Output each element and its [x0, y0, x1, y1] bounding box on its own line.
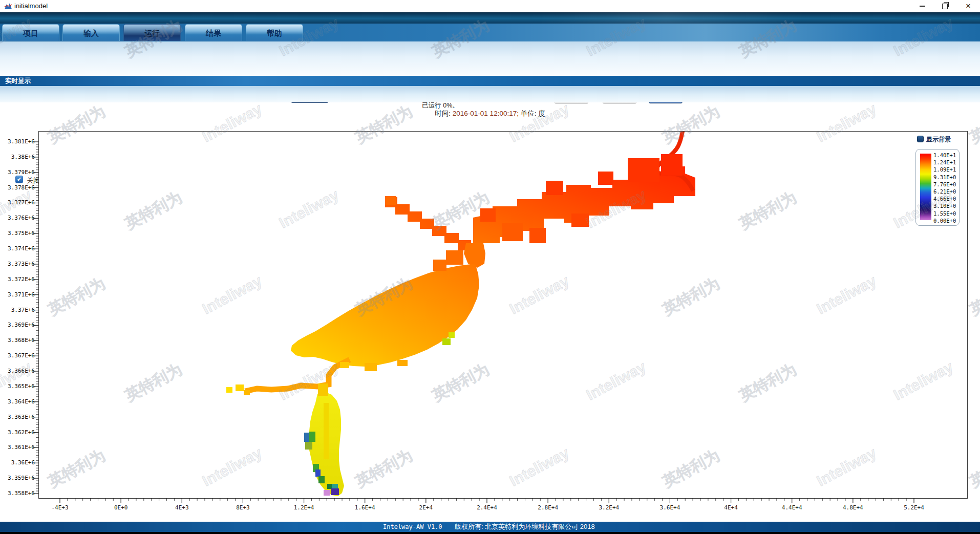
time-value: 2016-01-01 12:00:17;	[453, 110, 519, 117]
heatmap-cell	[318, 476, 325, 483]
time-header: 时间: 2016-01-01 12:00:17; 单位: 度	[0, 109, 980, 118]
legend-value: 1.09E+1	[933, 166, 958, 173]
heatmap-cell	[340, 362, 349, 368]
x-tick-label: -4E+3	[38, 504, 81, 511]
y-tick-label: 3.378E+6	[5, 184, 35, 191]
unit-label: 单位:	[521, 110, 537, 117]
bottom-strip	[0, 532, 980, 534]
watermark-text: Inteliway	[0, 186, 34, 232]
y-tick-label: 3.367E+6	[5, 352, 35, 359]
x-tick-label: 1.6E+4	[344, 504, 387, 511]
y-tick-label: 3.377E+6	[5, 199, 35, 206]
water-body-heatmap	[39, 132, 967, 498]
show-background-label: 显示背景	[926, 135, 951, 144]
x-tick-label: 4E+4	[710, 504, 753, 511]
heatmap-cell	[442, 338, 451, 345]
show-background-checkbox[interactable]	[917, 136, 924, 142]
heatmap-cell	[529, 228, 546, 243]
watermark-text: 英特利为	[966, 273, 980, 321]
legend-value: 0.00E+0	[933, 218, 958, 224]
heatmap-cell	[433, 260, 446, 271]
legend-value: 1.55E+0	[933, 210, 958, 217]
heatmap-cell	[546, 181, 563, 195]
run-toolbar: 运行模型 已运行 0%。 暂停运行 终止运行 错误信息	[0, 41, 980, 76]
heatmap-cell	[449, 332, 455, 338]
west-connector-channel	[248, 361, 347, 391]
tab-results[interactable]: 结果	[185, 24, 242, 41]
y-tick-label: 3.372E+6	[5, 276, 35, 283]
y-tick-label: 3.374E+6	[5, 245, 35, 252]
heatmap-cell	[332, 484, 338, 489]
watermark-text: Inteliway	[0, 358, 34, 404]
unit-value: 度	[538, 110, 545, 117]
tab-input[interactable]: 输入	[62, 24, 120, 41]
tab-run[interactable]: 运行	[123, 24, 181, 41]
app-logo-icon	[4, 2, 12, 10]
heatmap-cell	[236, 385, 244, 391]
x-tick-label: 5.2E+4	[892, 504, 935, 511]
colorbar	[920, 154, 931, 220]
x-tick-label: 3.2E+4	[587, 504, 630, 511]
x-tick-label: 1.2E+4	[283, 504, 326, 511]
legend-value: 1.24E+1	[933, 159, 958, 165]
tab-project[interactable]: 项目	[2, 24, 59, 41]
heatmap-cell	[327, 484, 332, 489]
y-tick-label: 3.381E+6	[5, 138, 35, 145]
window-title: initialmodel	[14, 2, 48, 10]
x-axis-ticks	[38, 498, 967, 504]
close-button[interactable]: ×	[957, 0, 979, 12]
y-tick-label: 3.375E+6	[5, 230, 35, 237]
heatmap-cell	[244, 390, 250, 395]
legend-value: 3.10E+0	[933, 203, 958, 209]
menu-tab-bar: 项目输入运行结果帮助 环评/预警	[0, 24, 980, 41]
app-version: Intelway-AW V1.0	[383, 522, 442, 532]
x-tick-label: 2.8E+4	[526, 504, 569, 511]
tab-help[interactable]: 帮助	[246, 24, 303, 41]
status-footer: Intelway-AW V1.0 版权所有: 北京英特利为环境科技有限公司 20…	[0, 522, 980, 532]
heatmap-cell	[480, 208, 496, 222]
y-tick-label: 3.38E+6	[5, 154, 35, 160]
heatmap-cell	[502, 223, 523, 241]
heatmap-cell	[397, 360, 408, 366]
y-tick-label: 3.369E+6	[5, 322, 35, 328]
y-tick-label: 3.371E+6	[5, 291, 35, 298]
x-tick-label: 2E+4	[404, 504, 448, 511]
close-graphic-checkbox[interactable]: ✔	[15, 176, 23, 183]
color-legend: 1.40E+11.24E+11.09E+19.31E+07.76E+06.21E…	[915, 149, 960, 226]
y-tick-label: 3.37E+6	[5, 307, 35, 313]
heatmap-cell	[628, 158, 659, 182]
y-tick-label: 3.362E+6	[5, 429, 35, 436]
y-tick-label: 3.358E+6	[5, 490, 35, 497]
watermark-text: 英特利为	[966, 445, 980, 493]
legend-value: 9.31E+0	[933, 174, 958, 180]
y-tick-label: 3.368E+6	[5, 337, 35, 344]
heatmap-cell	[661, 154, 683, 176]
heatmap-cell	[318, 383, 328, 396]
x-tick-label: 8E+3	[221, 504, 264, 511]
y-tick-label: 3.373E+6	[5, 261, 35, 267]
y-tick-label: 3.359E+6	[5, 475, 35, 481]
y-tick-label: 3.363E+6	[5, 414, 35, 420]
application-window: initialmodel × 项目输入运行结果帮助 环评/预警 运行模型 已运行…	[0, 0, 980, 534]
y-tick-label: 3.361E+6	[5, 444, 35, 451]
copyright-text: 版权所有: 北京英特利为环境科技有限公司 2018	[455, 522, 595, 532]
restore-button[interactable]	[934, 0, 955, 12]
y-tick-label: 3.379E+6	[5, 169, 35, 176]
heatmap-cell	[305, 442, 312, 450]
fork-arm	[385, 197, 471, 250]
y-tick-label: 3.376E+6	[5, 215, 35, 221]
heatmap-cell	[365, 363, 377, 371]
minimize-button[interactable]	[911, 0, 933, 12]
legend-value: 7.76E+0	[933, 181, 958, 187]
heatmap-plot-area: 显示背景 1.40E+11.24E+11.09E+19.31E+07.76E+0…	[38, 131, 968, 499]
heatmap-cell	[385, 196, 396, 205]
x-tick-label: 4E+3	[160, 504, 203, 511]
y-tick-label: 3.364E+6	[5, 398, 35, 405]
heatmap-cell	[674, 196, 689, 209]
main-lake	[291, 264, 479, 367]
heatmap-cell	[331, 488, 339, 495]
realtime-section-header: 实时显示	[0, 76, 980, 86]
y-tick-label: 3.365E+6	[5, 383, 35, 390]
x-tick-label: 0E+0	[99, 504, 142, 511]
y-tick-label: 3.366E+6	[5, 368, 35, 374]
